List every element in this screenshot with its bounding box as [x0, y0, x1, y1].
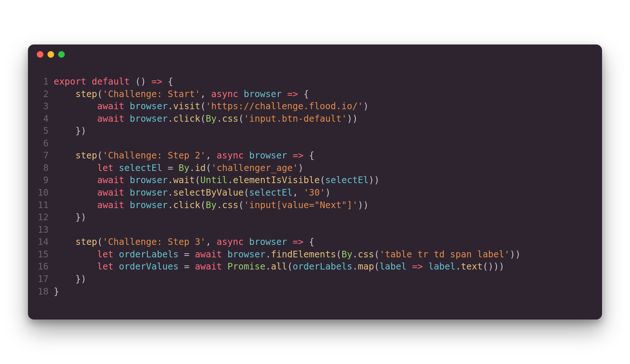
- code-token: click: [173, 200, 201, 210]
- code-content: }): [54, 273, 86, 285]
- code-token: [54, 187, 97, 198]
- code-token: .: [168, 113, 173, 124]
- code-token: orderValues: [119, 261, 178, 272]
- code-token: browser: [130, 200, 168, 210]
- code-token: ,: [206, 236, 217, 247]
- code-token: Until: [200, 175, 227, 185]
- code-token: (: [244, 187, 249, 198]
- code-token: [287, 236, 293, 247]
- code-token: [113, 163, 119, 173]
- code-token: [54, 249, 97, 260]
- code-token: await: [97, 175, 124, 185]
- code-token: browser: [227, 249, 265, 260]
- code-token: .: [168, 200, 173, 210]
- code-content: }): [54, 125, 86, 137]
- code-token: (: [97, 150, 103, 161]
- line-number: 11: [35, 199, 54, 211]
- code-token: let: [97, 163, 113, 173]
- code-token: default: [92, 76, 130, 87]
- code-token: .: [352, 249, 358, 260]
- code-content: await browser.click(By.css('input[value=…: [54, 199, 369, 211]
- code-token: browser: [130, 101, 168, 111]
- code-token: await: [97, 101, 124, 111]
- line-number: 6: [35, 137, 54, 150]
- code-token: label: [428, 261, 456, 272]
- code-token: [54, 200, 97, 210]
- code-token: (: [195, 175, 201, 185]
- line-number: 10: [35, 186, 54, 199]
- code-token: [124, 187, 130, 198]
- code-line: 9 await browser.wait(Until.elementIsVisi…: [35, 174, 591, 186]
- code-token: (: [206, 163, 211, 173]
- code-token: By: [206, 200, 217, 210]
- code-token: (: [97, 89, 103, 99]
- line-number: 18: [35, 285, 54, 298]
- code-token: 'input.btn-default': [244, 113, 347, 124]
- code-token: await: [195, 261, 222, 272]
- code-token: =>: [293, 150, 304, 161]
- code-token: selectEl: [249, 187, 293, 198]
- code-content: let selectEl = By.id('challenger_age'): [54, 162, 304, 174]
- code-token: css: [222, 200, 238, 210]
- line-number: 7: [35, 149, 54, 162]
- code-token: 'table tr td span label': [379, 249, 510, 260]
- code-line: 17 }): [35, 273, 591, 285]
- code-line: 5 }): [35, 125, 591, 137]
- code-content: await browser.visit('https://challenge.f…: [54, 100, 369, 113]
- code-token: orderLabels: [119, 249, 178, 260]
- code-token: .: [352, 261, 358, 272]
- code-token: [124, 101, 130, 111]
- code-token: [222, 249, 227, 260]
- code-token: [54, 175, 97, 185]
- code-token: [54, 261, 97, 272]
- minimize-icon[interactable]: [47, 51, 54, 58]
- code-line: 7 step('Challenge: Step 2', async browse…: [35, 149, 591, 162]
- code-token: =>: [152, 76, 163, 87]
- code-token: let: [97, 261, 113, 272]
- code-token: label: [379, 261, 407, 272]
- code-token: selectEl: [325, 175, 369, 185]
- code-token: await: [97, 113, 124, 124]
- code-line: 3 await browser.visit('https://challenge…: [35, 100, 591, 113]
- code-token: {: [304, 236, 315, 247]
- code-token: await: [195, 249, 222, 260]
- code-token: (: [238, 113, 244, 124]
- code-token: [244, 150, 249, 161]
- code-token: [124, 200, 130, 210]
- code-token: async: [211, 89, 238, 99]
- code-token: }): [54, 212, 86, 222]
- code-token: orderLabels: [293, 261, 352, 272]
- code-line: 11 await browser.click(By.css('input[val…: [35, 199, 591, 211]
- code-token: (: [374, 261, 379, 272]
- code-token: ): [298, 163, 304, 173]
- line-number: 5: [35, 125, 54, 137]
- code-token: [54, 150, 75, 161]
- code-line: 4 await browser.click(By.css('input.btn-…: [35, 113, 591, 125]
- code-token: }): [54, 125, 86, 136]
- code-line: 10 await browser.selectByValue(selectEl,…: [35, 186, 591, 199]
- code-content: let orderValues = await Promise.all(orde…: [54, 260, 505, 273]
- code-token: [244, 236, 249, 247]
- code-token: (: [320, 175, 325, 185]
- code-content: step('Challenge: Step 2', async browser …: [54, 149, 314, 162]
- code-token: [407, 261, 412, 272]
- code-content: await browser.selectByValue(selectEl, '3…: [54, 186, 330, 199]
- code-line: 2 step('Challenge: Start', async browser…: [35, 88, 591, 100]
- code-content: await browser.click(By.css('input.btn-de…: [54, 113, 358, 125]
- code-token: =: [178, 261, 195, 272]
- line-number: 3: [35, 100, 54, 113]
- code-token: (: [238, 200, 244, 210]
- code-token: [54, 113, 97, 124]
- code-token: text: [461, 261, 483, 272]
- maximize-icon[interactable]: [58, 51, 65, 58]
- close-icon[interactable]: [37, 51, 43, 58]
- code-token: async: [217, 236, 244, 247]
- code-editor[interactable]: 1export default () => {2 step('Challenge…: [28, 64, 602, 297]
- code-token: step: [75, 150, 97, 161]
- code-token: async: [217, 150, 244, 161]
- code-token: 'input[value="Next"]': [244, 200, 358, 210]
- code-token: =>: [412, 261, 423, 272]
- code-token: (: [200, 200, 206, 210]
- code-line: 1export default () => {: [35, 75, 591, 88]
- code-line: 18}: [35, 285, 591, 298]
